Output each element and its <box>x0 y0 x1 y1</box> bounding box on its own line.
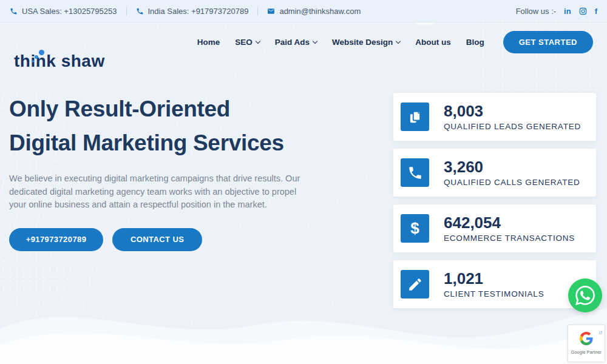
instagram-icon[interactable] <box>579 7 587 15</box>
nav-item-about-us[interactable]: About us <box>415 38 451 47</box>
stat-label: QUALIFIED CALLS GENERATED <box>444 178 580 187</box>
nav-item-seo[interactable]: SEO <box>235 38 260 47</box>
phone-icon <box>136 7 144 15</box>
mail-icon <box>267 7 275 15</box>
stat-label: ECOMMERCE TRANSACTIONS <box>444 234 575 243</box>
nav-item-paid-ads[interactable]: Paid Ads <box>275 38 317 47</box>
follow-us-label: Follow us :- <box>516 7 556 16</box>
phone-icon <box>401 158 429 187</box>
hero-description: We believe in executing digital marketin… <box>9 172 313 212</box>
stat-label: CLIENT TESTIMONIALS <box>444 289 544 298</box>
documents-icon <box>401 103 429 131</box>
chevron-down-icon <box>255 39 260 44</box>
header: think shaw Home SEO Paid Ads Website Des… <box>0 22 607 62</box>
chevron-down-icon <box>313 39 317 44</box>
stat-value: 3,260 <box>444 158 580 177</box>
india-sales-text: India Sales: +917973720789 <box>148 7 249 16</box>
logo-dot <box>39 50 44 55</box>
social-links: in f <box>564 7 597 16</box>
linkedin-icon[interactable]: in <box>564 7 571 16</box>
stat-card-testimonials: 1,021 CLIENT TESTIMONIALS <box>393 260 596 308</box>
get-started-button[interactable]: GET STARTED <box>503 31 593 53</box>
hero-section: Only Result-Oriented Digital Marketing S… <box>9 92 313 251</box>
stats-column: 8,003 QUALIFIED LEADS GENERATED 3,260 QU… <box>393 93 596 316</box>
nav-item-website-design[interactable]: Website Design <box>332 38 400 47</box>
facebook-icon[interactable]: f <box>595 7 597 16</box>
stat-card-calls: 3,260 QUALIFIED CALLS GENERATED <box>393 149 596 197</box>
topbar: USA Sales: +13025795253 India Sales: +91… <box>0 0 607 22</box>
phone-icon <box>10 7 18 15</box>
logo-dot <box>35 55 38 59</box>
india-sales-phone[interactable]: India Sales: +917973720789 <box>136 7 249 16</box>
dollar-icon: $ <box>401 214 429 243</box>
logo[interactable]: think shaw <box>14 53 105 70</box>
email-text: admin@thinkshaw.com <box>279 7 361 16</box>
google-partner-label: Google Partner <box>571 350 602 354</box>
usa-sales-text: USA Sales: +13025795253 <box>22 7 117 16</box>
contact-us-button[interactable]: CONTACT US <box>112 228 202 251</box>
divider <box>126 7 127 16</box>
email-link[interactable]: admin@thinkshaw.com <box>267 7 361 16</box>
nav-item-blog[interactable]: Blog <box>466 38 484 47</box>
stat-value: 1,021 <box>444 270 544 288</box>
stat-label: QUALIFIED LEADS GENERATED <box>444 122 581 131</box>
logo-text: think shaw <box>14 53 105 70</box>
phone-number-button[interactable]: +917973720789 <box>9 228 103 251</box>
stat-value: 642,054 <box>444 214 575 232</box>
divider <box>257 7 258 16</box>
google-partner-badge[interactable]: Google Partner <box>568 325 605 362</box>
external-link-icon <box>599 326 603 337</box>
stat-card-leads: 8,003 QUALIFIED LEADS GENERATED <box>393 93 596 141</box>
whatsapp-icon <box>575 286 595 305</box>
dot-pattern <box>0 267 103 325</box>
page: USA Sales: +13025795253 India Sales: +91… <box>0 0 607 364</box>
usa-sales-phone[interactable]: USA Sales: +13025795253 <box>10 7 117 16</box>
pencil-icon <box>401 270 429 298</box>
whatsapp-button[interactable] <box>568 278 602 312</box>
google-logo-icon <box>580 332 593 348</box>
nav-item-home[interactable]: Home <box>197 38 220 47</box>
stat-card-transactions: $ 642,054 ECOMMERCE TRANSACTIONS <box>393 204 596 252</box>
logo-dot <box>32 60 34 62</box>
hero-title: Only Result-Oriented Digital Marketing S… <box>9 92 294 160</box>
chevron-down-icon <box>396 39 401 44</box>
main-nav: Home SEO Paid Ads Website Design About u… <box>197 31 593 53</box>
stat-value: 8,003 <box>444 103 581 121</box>
